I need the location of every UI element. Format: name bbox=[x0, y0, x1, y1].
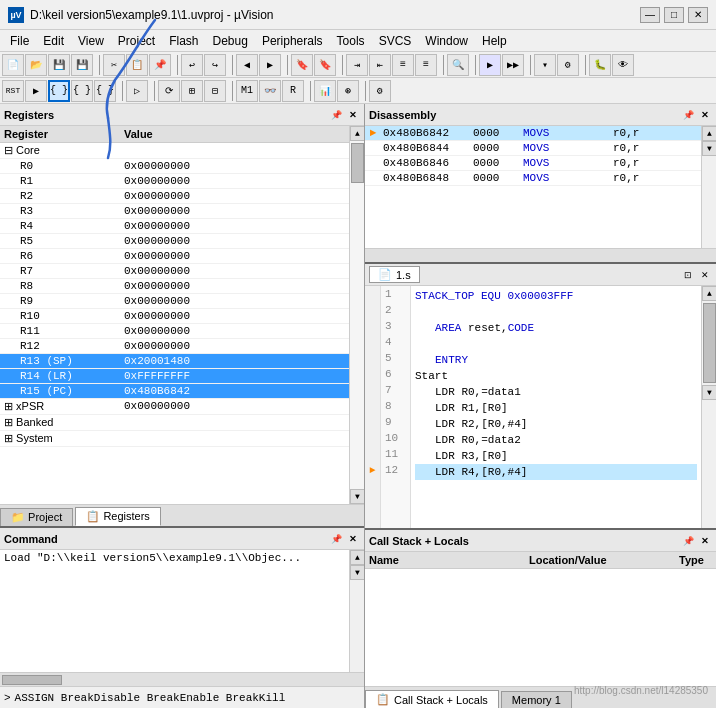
scroll-down-btn[interactable]: ▼ bbox=[350, 489, 364, 504]
reg-row-r11[interactable]: R11 0x00000000 bbox=[0, 324, 349, 339]
menu-debug[interactable]: Debug bbox=[207, 32, 254, 50]
menu-help[interactable]: Help bbox=[476, 32, 513, 50]
disasm-window-button[interactable]: ⊟ bbox=[204, 80, 226, 102]
reg-row-r2[interactable]: R2 0x00000000 bbox=[0, 189, 349, 204]
format2-button[interactable]: ≡ bbox=[415, 54, 437, 76]
menu-window[interactable]: Window bbox=[419, 32, 474, 50]
command-input[interactable]: ASSIGN BreakDisable BreakEnable BreakKil… bbox=[15, 692, 286, 704]
bookmark-nav-button[interactable]: 🔖 bbox=[314, 54, 336, 76]
disassembly-scrollbar-y[interactable]: ▲ ▼ bbox=[701, 126, 716, 248]
menu-tools[interactable]: Tools bbox=[331, 32, 371, 50]
perf-button[interactable]: 📊 bbox=[314, 80, 336, 102]
tab-callstack[interactable]: 📋 Call Stack + Locals bbox=[365, 690, 499, 708]
config-button[interactable]: ⚙ bbox=[557, 54, 579, 76]
new-file-button[interactable]: 📄 bbox=[2, 54, 24, 76]
reg-row-r13[interactable]: R13 (SP) 0x20001480 bbox=[0, 354, 349, 369]
reg-row-r9[interactable]: R9 0x00000000 bbox=[0, 294, 349, 309]
disassembly-content[interactable]: ► 0x480B6842 0000 MOVS r0,r 0x480B6844 0… bbox=[365, 126, 701, 248]
menu-peripherals[interactable]: Peripherals bbox=[256, 32, 329, 50]
reg-row-r5[interactable]: R5 0x00000000 bbox=[0, 234, 349, 249]
menu-svcs[interactable]: SVCS bbox=[373, 32, 418, 50]
options-button[interactable]: ⚙ bbox=[369, 80, 391, 102]
dis-scroll-down[interactable]: ▼ bbox=[702, 141, 716, 156]
save-button[interactable]: 💾 bbox=[48, 54, 70, 76]
nav-forward-button[interactable]: ▶ bbox=[259, 54, 281, 76]
dis-scroll-up[interactable]: ▲ bbox=[702, 126, 716, 141]
paste-button[interactable]: 📌 bbox=[149, 54, 171, 76]
command-output[interactable]: Load "D:\\keil version5\\example9.1\\Obj… bbox=[0, 550, 349, 672]
command-pin-icon[interactable]: 📌 bbox=[329, 532, 343, 546]
code-float-icon[interactable]: ⊡ bbox=[681, 268, 695, 282]
target-select[interactable]: ▾ bbox=[534, 54, 556, 76]
run-button[interactable]: ▶ bbox=[25, 80, 47, 102]
debug-button[interactable]: 🐛 bbox=[589, 54, 611, 76]
minimize-button[interactable]: — bbox=[640, 7, 660, 23]
logic-button[interactable]: ⊛ bbox=[337, 80, 359, 102]
cmd-hscroll-thumb[interactable] bbox=[2, 675, 62, 685]
regs-button[interactable]: R bbox=[282, 80, 304, 102]
nav-back-button[interactable]: ◀ bbox=[236, 54, 258, 76]
command-close-icon[interactable]: ✕ bbox=[346, 532, 360, 546]
reg-row-xpsr[interactable]: ⊞ xPSR 0x00000000 bbox=[0, 399, 349, 415]
format-button[interactable]: ≡ bbox=[392, 54, 414, 76]
redo-button[interactable]: ↪ bbox=[204, 54, 226, 76]
registers-close-icon[interactable]: ✕ bbox=[346, 108, 360, 122]
callstack-content[interactable] bbox=[365, 569, 716, 686]
callstack-pin-icon[interactable]: 📌 bbox=[681, 534, 695, 548]
command-window-button[interactable]: ⊞ bbox=[181, 80, 203, 102]
reg-row-r14[interactable]: R14 (LR) 0xFFFFFFFF bbox=[0, 369, 349, 384]
undo-button[interactable]: ↩ bbox=[181, 54, 203, 76]
reg-row-core[interactable]: ⊟ Core bbox=[0, 143, 349, 159]
copy-button[interactable]: 📋 bbox=[126, 54, 148, 76]
tab-project[interactable]: 📁 Project bbox=[0, 508, 73, 526]
disassembly-close-icon[interactable]: ✕ bbox=[698, 108, 712, 122]
code-scrollbar-y[interactable]: ▲ ▼ bbox=[701, 286, 716, 528]
maximize-button[interactable]: □ bbox=[664, 7, 684, 23]
registers-pin-icon[interactable]: 📌 bbox=[329, 108, 343, 122]
code-text[interactable]: STACK_TOP EQU 0x00003FFF AREA reset,CODE… bbox=[411, 286, 701, 528]
code-scroll-thumb[interactable] bbox=[703, 303, 716, 383]
reg-row-banked[interactable]: ⊞ Banked bbox=[0, 415, 349, 431]
command-scrollbar-y[interactable]: ▲ ▼ bbox=[349, 550, 364, 672]
reg-row-r12[interactable]: R12 0x00000000 bbox=[0, 339, 349, 354]
reg-row-r15[interactable]: R15 (PC) 0x480B6842 bbox=[0, 384, 349, 399]
search-button[interactable]: 🔍 bbox=[447, 54, 469, 76]
scroll-up-btn[interactable]: ▲ bbox=[350, 126, 364, 141]
open-file-button[interactable]: 📂 bbox=[25, 54, 47, 76]
menu-flash[interactable]: Flash bbox=[163, 32, 204, 50]
bookmark-button[interactable]: 🔖 bbox=[291, 54, 313, 76]
disassembly-pin-icon[interactable]: 📌 bbox=[681, 108, 695, 122]
menu-project[interactable]: Project bbox=[112, 32, 161, 50]
code-scroll-track[interactable] bbox=[702, 303, 716, 383]
dis-row-1[interactable]: ► 0x480B6842 0000 MOVS r0,r bbox=[365, 126, 701, 141]
callstack-close-icon[interactable]: ✕ bbox=[698, 534, 712, 548]
build-all-button[interactable]: ▶▶ bbox=[502, 54, 524, 76]
scroll-track[interactable] bbox=[350, 141, 364, 489]
show-next-button[interactable]: ⟳ bbox=[158, 80, 180, 102]
registers-table[interactable]: Register Value ⊟ Core R0 0x00000000 R1 bbox=[0, 126, 349, 504]
dis-row-2[interactable]: 0x480B6844 0000 MOVS r0,r bbox=[365, 141, 701, 156]
reg-row-r8[interactable]: R8 0x00000000 bbox=[0, 279, 349, 294]
close-button[interactable]: ✕ bbox=[688, 7, 708, 23]
step-into-button[interactable]: { } bbox=[48, 80, 70, 102]
mem1-button[interactable]: M1 bbox=[236, 80, 258, 102]
menu-file[interactable]: File bbox=[4, 32, 35, 50]
tab-registers[interactable]: 📋 Registers bbox=[75, 507, 161, 526]
save-all-button[interactable]: 💾 bbox=[71, 54, 93, 76]
reg-row-r6[interactable]: R6 0x00000000 bbox=[0, 249, 349, 264]
reg-row-r10[interactable]: R10 0x00000000 bbox=[0, 309, 349, 324]
outdent-button[interactable]: ⇤ bbox=[369, 54, 391, 76]
command-scrollbar-h[interactable] bbox=[0, 672, 364, 686]
step-over-button[interactable]: { } bbox=[71, 80, 93, 102]
cut-button[interactable]: ✂ bbox=[103, 54, 125, 76]
dis-row-3[interactable]: 0x480B6846 0000 MOVS r0,r bbox=[365, 156, 701, 171]
code-scroll-down[interactable]: ▼ bbox=[702, 385, 716, 400]
reg-row-r3[interactable]: R3 0x00000000 bbox=[0, 204, 349, 219]
scroll-thumb[interactable] bbox=[351, 143, 364, 183]
registers-scrollbar-y[interactable]: ▲ ▼ bbox=[349, 126, 364, 504]
run-to-cursor[interactable]: ▷ bbox=[126, 80, 148, 102]
reg-row-r7[interactable]: R7 0x00000000 bbox=[0, 264, 349, 279]
build-button[interactable]: ▶ bbox=[479, 54, 501, 76]
menu-edit[interactable]: Edit bbox=[37, 32, 70, 50]
file-tab-1s[interactable]: 📄 1.s bbox=[369, 266, 420, 283]
